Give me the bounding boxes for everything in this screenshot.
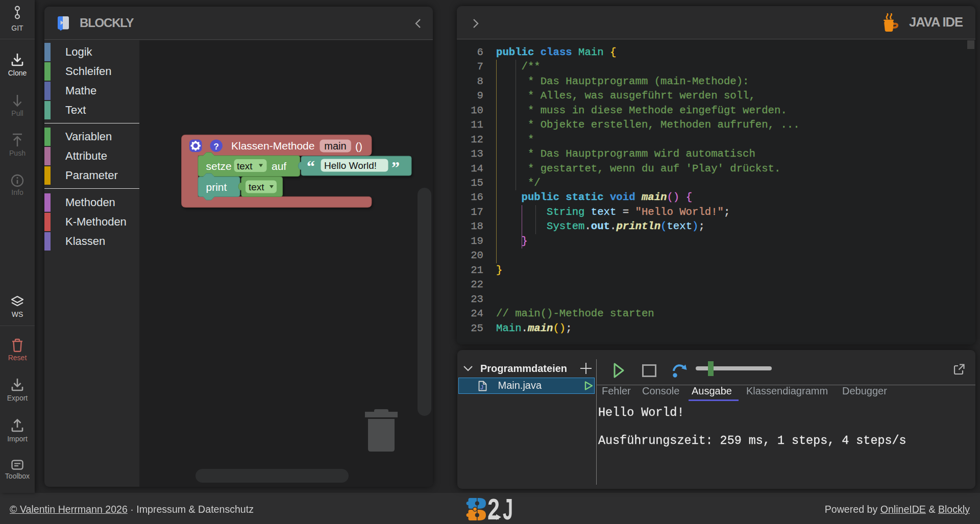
svg-text:J: J [480,384,483,390]
svg-text:Klassen-Methode: Klassen-Methode [231,140,314,152]
svg-text:J: J [503,497,513,521]
svg-text:text: text [249,182,264,192]
svg-text:auf: auf [272,160,286,172]
svg-text:“: “ [307,157,315,176]
svg-text:print: print [206,181,227,193]
svg-text:text: text [237,161,253,171]
svg-text:(): () [355,140,362,152]
svg-text:?: ? [214,142,219,152]
svg-text:main: main [324,140,346,152]
svg-text:Hello World!: Hello World! [324,160,377,171]
svg-text:setze: setze [206,160,232,172]
svg-text:”: ” [391,158,400,177]
